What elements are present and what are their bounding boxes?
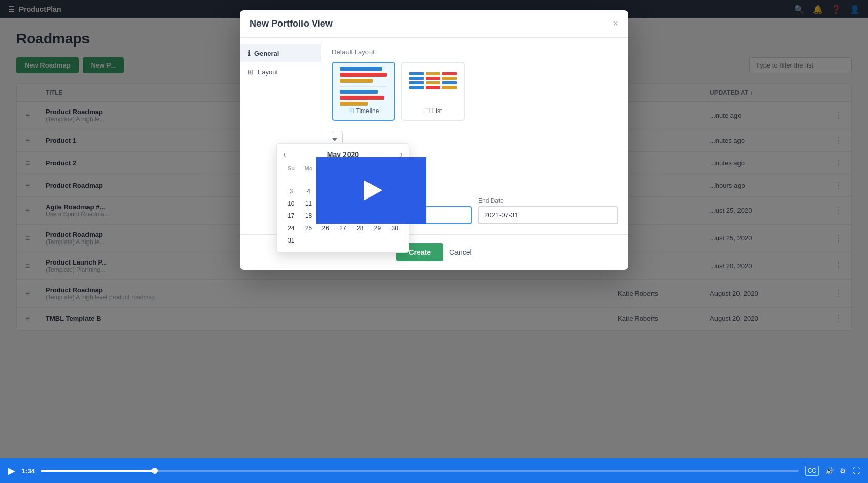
cal-day-17[interactable]: 17 [283, 210, 299, 222]
cal-day-31[interactable]: 31 [283, 235, 299, 246]
cal-day-28[interactable]: 28 [352, 223, 368, 234]
cal-day-10[interactable]: 10 [283, 198, 299, 209]
nav-general-label: General [254, 50, 279, 57]
video-volume-icon[interactable]: 🔊 [825, 467, 834, 475]
video-time: 1:34 [21, 467, 35, 475]
video-controls-bar: ▶ 1:34 CC 🔊 ⚙ ⛶ [0, 458, 868, 483]
timeline-label: ☑ Timeline [348, 107, 379, 115]
timeline-checkbox: ☑ [348, 107, 354, 115]
modal-nav-general[interactable]: ℹ General [240, 44, 321, 62]
cal-day-4[interactable]: 4 [300, 186, 317, 197]
cal-day-30[interactable]: 30 [386, 223, 403, 234]
layout-section-label: Default Layout [332, 48, 618, 56]
layout-options: ☑ Timeline [332, 62, 618, 121]
cal-header-su: Su [283, 164, 299, 172]
play-icon[interactable] [364, 180, 382, 201]
cal-day-empty [317, 235, 334, 246]
calendar-prev-button[interactable]: ‹ [283, 150, 286, 159]
layout-icon: ⊞ [248, 68, 254, 76]
cal-day-11[interactable]: 11 [300, 198, 317, 209]
cal-day-29[interactable]: 29 [370, 223, 386, 234]
cal-day-empty [300, 235, 317, 246]
video-player[interactable] [316, 157, 426, 224]
cal-day-empty [300, 173, 317, 185]
cal-header-mo: Mo [300, 164, 317, 172]
cal-day-empty [352, 235, 368, 246]
nav-layout-label: Layout [258, 68, 278, 76]
video-progress-fill [41, 470, 155, 472]
layout-timeline-card[interactable]: ☑ Timeline [332, 62, 395, 121]
video-progress-bar[interactable] [41, 470, 799, 472]
list-label: ☐ List [424, 107, 442, 115]
video-fullscreen-icon[interactable]: ⛶ [853, 467, 860, 475]
cal-day-25[interactable]: 25 [300, 223, 317, 234]
cancel-button[interactable]: Cancel [449, 248, 472, 256]
cal-day-empty [335, 235, 351, 246]
end-date-field: End Date [478, 197, 618, 224]
cal-day-18[interactable]: 18 [300, 210, 317, 222]
list-checkbox: ☐ [424, 107, 430, 115]
video-play-button[interactable]: ▶ [8, 465, 15, 476]
cal-day-3[interactable]: 3 [283, 186, 299, 197]
end-date-input[interactable] [478, 206, 618, 224]
timeline-visual [338, 68, 389, 104]
modal-nav-layout[interactable]: ⊞ Layout [240, 62, 321, 81]
modal-close-button[interactable]: × [613, 18, 618, 29]
modal-header: New Portfolio View × [240, 10, 628, 38]
end-date-label: End Date [478, 197, 618, 204]
modal-overlay[interactable]: New Portfolio View × ℹ General ⊞ Layout … [0, 0, 868, 483]
cal-day-26[interactable]: 26 [317, 223, 334, 234]
list-visual [407, 68, 459, 104]
layout-list-card[interactable]: ☐ List [401, 62, 465, 121]
video-settings-icon[interactable]: ⚙ [840, 467, 847, 475]
cal-day-empty [370, 235, 386, 246]
video-progress-handle[interactable] [151, 468, 158, 474]
video-cc-button[interactable]: CC [805, 466, 819, 476]
modal-title: New Portfolio View [250, 18, 333, 29]
cal-day-27[interactable]: 27 [335, 223, 351, 234]
cal-day-24[interactable]: 24 [283, 223, 299, 234]
cal-day-empty [386, 235, 403, 246]
info-icon: ℹ [248, 49, 250, 57]
cal-day-empty [283, 173, 299, 185]
